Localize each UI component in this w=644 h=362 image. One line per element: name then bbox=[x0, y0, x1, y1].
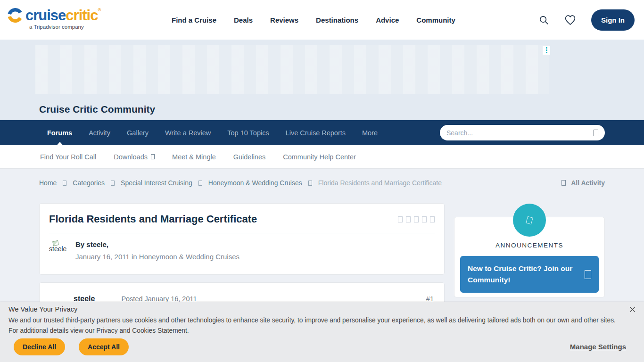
rating-star-icon[interactable] bbox=[422, 216, 427, 222]
cookie-banner-body: We and our trusted third-party partners … bbox=[8, 315, 626, 336]
crumb-home[interactable]: Home bbox=[39, 179, 57, 187]
nav-find-a-cruise[interactable]: Find a Cruise bbox=[172, 16, 216, 24]
crumb-categories[interactable]: Categories bbox=[73, 179, 105, 187]
wishlist-heart-icon[interactable] bbox=[564, 15, 576, 25]
announcements-card: ANNOUNCEMENTS New to Cruise Critic? Join… bbox=[454, 217, 605, 297]
breadcrumb-row: Home Categories Special Interest Cruisin… bbox=[0, 169, 644, 197]
cookie-consent-banner: We Value Your Privacy We and our trusted… bbox=[0, 302, 644, 362]
decline-all-button[interactable]: Decline All bbox=[14, 338, 65, 355]
tab-forums[interactable]: Forums bbox=[47, 129, 72, 137]
nav-community[interactable]: Community bbox=[416, 16, 455, 24]
rating-star-icon[interactable] bbox=[430, 216, 435, 222]
caret-down-icon bbox=[151, 154, 155, 159]
subnav-find-your-roll-call[interactable]: Find Your Roll Call bbox=[40, 153, 96, 161]
all-activity-icon bbox=[561, 180, 566, 186]
breadcrumb-separator-icon bbox=[198, 181, 202, 186]
topic-header: Florida Residents and Marriage Certifica… bbox=[49, 213, 435, 233]
logo-row: cruisecritic® bbox=[8, 8, 100, 23]
accept-all-button[interactable]: Accept All bbox=[79, 338, 129, 355]
join-community-text: New to Cruise Critic? Join our Community… bbox=[468, 263, 580, 286]
topic-author-row: steele By steele, January 16, 2011 in Ho… bbox=[49, 240, 435, 261]
breadcrumb-separator-icon bbox=[111, 181, 115, 186]
announcements-heading: ANNOUNCEMENTS bbox=[454, 242, 604, 249]
cookie-banner-title: We Value Your Privacy bbox=[8, 305, 77, 313]
nav-deals[interactable]: Deals bbox=[234, 16, 253, 24]
manage-settings-link[interactable]: Manage Settings bbox=[570, 343, 626, 351]
header-actions: Sign In bbox=[538, 0, 635, 40]
crumb-special-interest-cruising[interactable]: Special Interest Cruising bbox=[121, 179, 192, 187]
primary-nav: Find a Cruise Deals Reviews Destinations… bbox=[172, 0, 455, 40]
page-viewport: cruisecritic® a Tripadvisor company Find… bbox=[0, 0, 644, 362]
cruisecritic-logo[interactable]: cruisecritic® a Tripadvisor company bbox=[8, 8, 100, 30]
close-icon[interactable] bbox=[627, 304, 637, 316]
crumb-current-topic: Florida Residents and Marriage Certifica… bbox=[318, 179, 442, 187]
logo-tagline: a Tripadvisor company bbox=[29, 24, 100, 30]
tab-top-10-topics[interactable]: Top 10 Topics bbox=[227, 129, 269, 137]
breadcrumb-separator-icon bbox=[308, 181, 312, 186]
hero-section: Cruise Critic Community bbox=[0, 40, 644, 120]
all-activity-link[interactable]: All Activity bbox=[561, 179, 605, 187]
ad-options-kebab-icon[interactable] bbox=[543, 46, 550, 55]
ad-placeholder bbox=[35, 45, 549, 94]
nav-destinations[interactable]: Destinations bbox=[316, 16, 358, 24]
topic-rating-stars[interactable] bbox=[398, 216, 435, 222]
subnav-community-help-center[interactable]: Community Help Center bbox=[283, 153, 356, 161]
forum-search-input[interactable] bbox=[446, 129, 594, 137]
community-page-title: Cruise Critic Community bbox=[39, 104, 155, 115]
forum-search-box bbox=[440, 125, 605, 140]
nav-advice[interactable]: Advice bbox=[376, 16, 399, 24]
site-header: cruisecritic® a Tripadvisor company Find… bbox=[0, 0, 644, 40]
join-community-banner[interactable]: New to Cruise Critic? Join our Community… bbox=[460, 256, 599, 293]
forum-nav-items: Forums Activity Gallery Write a Review T… bbox=[47, 120, 378, 145]
tab-activity[interactable]: Activity bbox=[89, 129, 110, 137]
subnav-guidelines[interactable]: Guidelines bbox=[233, 153, 266, 161]
subnav-downloads[interactable]: Downloads bbox=[114, 153, 155, 161]
nav-reviews[interactable]: Reviews bbox=[270, 16, 298, 24]
breadcrumb-separator-icon bbox=[63, 181, 66, 186]
logo-wordmark: cruisecritic® bbox=[25, 8, 100, 23]
breadcrumb: Home Categories Special Interest Cruisin… bbox=[39, 179, 442, 187]
topic-date-line: January 16, 2011 in Honeymoon & Wedding … bbox=[75, 253, 239, 261]
privacy-statement-link[interactable]: Privacy and Cookies Statement bbox=[96, 327, 187, 334]
tab-live-cruise-reports[interactable]: Live Cruise Reports bbox=[286, 129, 346, 137]
search-submit-icon[interactable] bbox=[594, 130, 598, 136]
topic-title: Florida Residents and Marriage Certifica… bbox=[49, 213, 257, 225]
cruisecritic-logo-icon bbox=[8, 8, 23, 23]
cookie-buttons: Decline All Accept All bbox=[14, 338, 129, 355]
tab-gallery[interactable]: Gallery bbox=[127, 129, 149, 137]
author-avatar[interactable]: steele bbox=[49, 240, 75, 261]
subnav-meet-and-mingle[interactable]: Meet & Mingle bbox=[172, 153, 216, 161]
topic-card: Florida Residents and Marriage Certifica… bbox=[39, 203, 445, 275]
chevron-right-icon bbox=[585, 270, 591, 279]
announcements-badge bbox=[513, 204, 546, 237]
topic-byline-block: By steele, January 16, 2011 in Honeymoon… bbox=[75, 240, 239, 261]
rating-star-icon[interactable] bbox=[398, 216, 403, 222]
forum-sub-nav: Find Your Roll Call Downloads Meet & Min… bbox=[0, 145, 644, 169]
rating-star-icon[interactable] bbox=[414, 216, 419, 222]
forum-nav-bar: Forums Activity Gallery Write a Review T… bbox=[0, 120, 644, 145]
crumb-honeymoon-wedding-cruises[interactable]: Honeymoon & Wedding Cruises bbox=[208, 179, 302, 187]
rating-star-icon[interactable] bbox=[406, 216, 411, 222]
tab-more[interactable]: More bbox=[362, 129, 378, 137]
search-icon[interactable] bbox=[538, 15, 549, 25]
sign-in-button[interactable]: Sign In bbox=[591, 9, 635, 31]
topic-byline[interactable]: By steele, bbox=[75, 240, 239, 248]
megaphone-icon bbox=[526, 216, 533, 224]
tab-write-a-review[interactable]: Write a Review bbox=[165, 129, 211, 137]
